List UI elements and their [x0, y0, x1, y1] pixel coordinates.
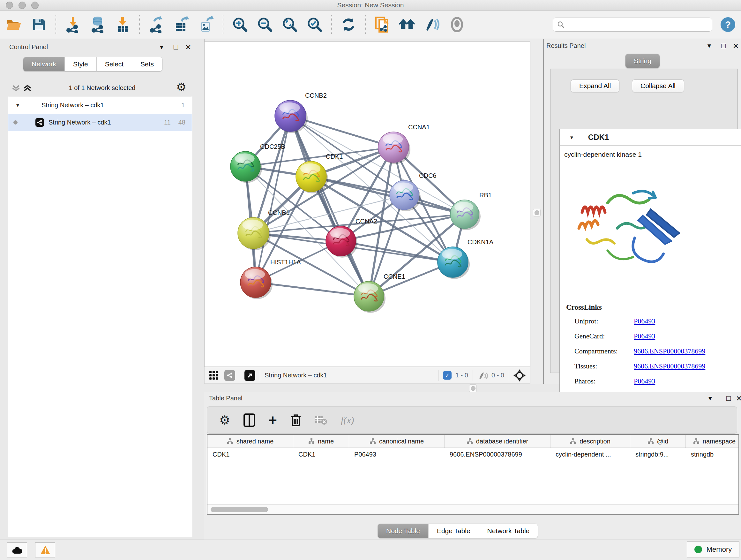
tab-style[interactable]: Style: [65, 57, 97, 71]
sort-column-icon[interactable]: [693, 438, 699, 444]
table-cell[interactable]: 9606.ENSP00000378699: [445, 451, 550, 458]
network-graph: CCNB2CCNA1CDC25BCDK1CDC6RB1CCNB1CCNA2CDK…: [205, 42, 530, 367]
table-cell[interactable]: stringdb:9...: [630, 451, 686, 458]
network-canvas[interactable]: CCNB2CCNA1CDC25BCDK1CDC6RB1CCNB1CCNA2CDK…: [204, 42, 530, 367]
scrollbar-thumb[interactable]: [211, 507, 268, 512]
section-expander-icon[interactable]: ▼: [569, 135, 574, 140]
zoom-selected-icon[interactable]: [307, 16, 323, 33]
crosslink-value-link[interactable]: 9606.ENSP00000378699: [634, 347, 705, 355]
column-header-shared-name[interactable]: shared name: [207, 435, 293, 448]
table-cell[interactable]: CDK1: [293, 451, 349, 458]
tab-network-table[interactable]: Network Table: [479, 524, 538, 538]
fit-selection-crosshair-icon[interactable]: [514, 369, 526, 381]
float-panel-icon[interactable]: □: [726, 395, 731, 402]
column-header-@id[interactable]: @id: [630, 435, 686, 448]
table-options-gear-icon[interactable]: ⚙: [219, 413, 230, 427]
crosslink-value-link[interactable]: P06493: [634, 332, 655, 340]
table-horizontal-scrollbar[interactable]: [207, 504, 738, 514]
close-panel-icon[interactable]: ✕: [736, 395, 741, 402]
table-row[interactable]: CDK1CDK1P064939606.ENSP00000378699cyclin…: [207, 448, 738, 460]
float-panel-icon[interactable]: □: [174, 44, 178, 51]
network-row[interactable]: String Network – cdk1 11 48: [8, 114, 192, 131]
help-icon[interactable]: ?: [721, 17, 735, 32]
tree-expander-icon[interactable]: ▼: [15, 103, 23, 108]
network-node-CDKN1A[interactable]: CDKN1A: [437, 239, 494, 279]
collapse-panel-icon[interactable]: ▼: [707, 395, 713, 401]
column-header-description[interactable]: description: [550, 435, 630, 448]
cloud-button[interactable]: [7, 543, 27, 557]
float-panel-icon[interactable]: □: [721, 42, 726, 50]
tab-select[interactable]: Select: [97, 57, 132, 71]
gene-section-header[interactable]: ▼ CDK1: [560, 129, 741, 145]
hide-show-graphics-icon[interactable]: [424, 16, 441, 33]
network-node-CCNB2[interactable]: CCNB2: [275, 92, 327, 133]
network-edge[interactable]: [256, 282, 369, 296]
crosslink-value-link[interactable]: P06493: [634, 317, 655, 325]
collapse-all-icon[interactable]: [11, 84, 32, 93]
zoom-fit-icon[interactable]: [281, 16, 298, 33]
save-session-icon[interactable]: [30, 16, 47, 33]
import-network-from-database-icon[interactable]: [89, 16, 106, 33]
splitter-handle[interactable]: [469, 384, 477, 392]
tab-node-table[interactable]: Node Table: [378, 524, 428, 538]
crosslink-value-link[interactable]: P06493: [634, 377, 655, 385]
home-networks-icon[interactable]: [399, 16, 415, 33]
zoom-out-icon[interactable]: [257, 16, 273, 33]
splitter-handle[interactable]: [533, 209, 541, 216]
table-cell[interactable]: CDK1: [207, 451, 293, 458]
warnings-button[interactable]: [35, 543, 55, 557]
clone-network-icon[interactable]: [374, 16, 391, 33]
import-table-icon[interactable]: [114, 16, 131, 33]
collapse-all-button[interactable]: Collapse All: [632, 79, 684, 92]
birdseye-grid-icon[interactable]: [209, 371, 219, 380]
sort-column-icon[interactable]: [227, 438, 233, 444]
export-table-icon[interactable]: [173, 16, 190, 33]
canvas-results-splitter[interactable]: [530, 39, 543, 384]
refresh-icon[interactable]: [340, 16, 357, 33]
open-session-icon[interactable]: [6, 16, 22, 33]
close-panel-icon[interactable]: ✕: [733, 43, 739, 50]
crosslink-row: Uniprot:P06493: [575, 317, 734, 332]
export-image-icon[interactable]: [198, 16, 214, 33]
sort-column-icon[interactable]: [570, 438, 576, 444]
network-node-HIST1H1A[interactable]: HIST1H1A: [240, 259, 301, 299]
network-node-RB1[interactable]: RB1: [450, 192, 492, 230]
search-input[interactable]: [564, 21, 708, 29]
crosslink-value-link[interactable]: 9606.ENSP00000378699: [634, 362, 705, 370]
import-network-icon[interactable]: [64, 16, 81, 33]
expand-all-button[interactable]: Expand All: [570, 79, 619, 92]
sort-column-icon[interactable]: [369, 438, 376, 444]
zoom-in-icon[interactable]: [232, 16, 248, 33]
sort-column-icon[interactable]: [467, 438, 473, 444]
table-cell[interactable]: cyclin-dependent ...: [550, 451, 630, 458]
control-panel: Control Panel ▼ □ ✕ NetworkStyleSelectSe…: [0, 39, 205, 540]
network-collection-row[interactable]: ▼ String Network – cdk1 1: [8, 97, 192, 114]
sort-column-icon[interactable]: [648, 438, 654, 444]
sort-column-icon[interactable]: [308, 438, 315, 444]
table-cell[interactable]: P06493: [349, 451, 445, 458]
network-node-CCNB1[interactable]: CCNB1: [238, 209, 290, 250]
column-header-name[interactable]: name: [293, 435, 349, 448]
export-network-icon[interactable]: [148, 16, 165, 33]
tab-network[interactable]: Network: [23, 57, 65, 71]
selected-checkbox-icon[interactable]: ✓: [443, 371, 452, 380]
show-columns-icon[interactable]: [244, 414, 255, 427]
tab-sets[interactable]: Sets: [132, 57, 162, 71]
close-panel-icon[interactable]: ✕: [185, 44, 191, 51]
network-edge[interactable]: [256, 116, 290, 282]
tab-edge-table[interactable]: Edge Table: [428, 524, 479, 538]
delete-column-trash-icon[interactable]: [290, 414, 301, 427]
network-node-CCNA1[interactable]: CCNA1: [378, 124, 430, 164]
collapse-panel-icon[interactable]: ▼: [706, 43, 712, 49]
column-header-canonical-name[interactable]: canonical name: [349, 435, 445, 448]
network-share-icon[interactable]: [224, 370, 235, 381]
memory-button[interactable]: Memory: [687, 542, 739, 557]
network-options-gear-icon[interactable]: ⚙: [176, 80, 186, 94]
collapse-panel-icon[interactable]: ▼: [158, 44, 165, 50]
column-header-namespace[interactable]: namespace: [686, 435, 739, 448]
results-panel: Results Panel ▼ □ ✕ String Expand All Co…: [543, 39, 741, 384]
table-cell[interactable]: stringdb: [686, 451, 739, 458]
tab-string[interactable]: String: [625, 54, 660, 68]
open-in-new-window-icon[interactable]: [245, 370, 255, 381]
column-header-database-identifier[interactable]: database identifier: [445, 435, 550, 448]
